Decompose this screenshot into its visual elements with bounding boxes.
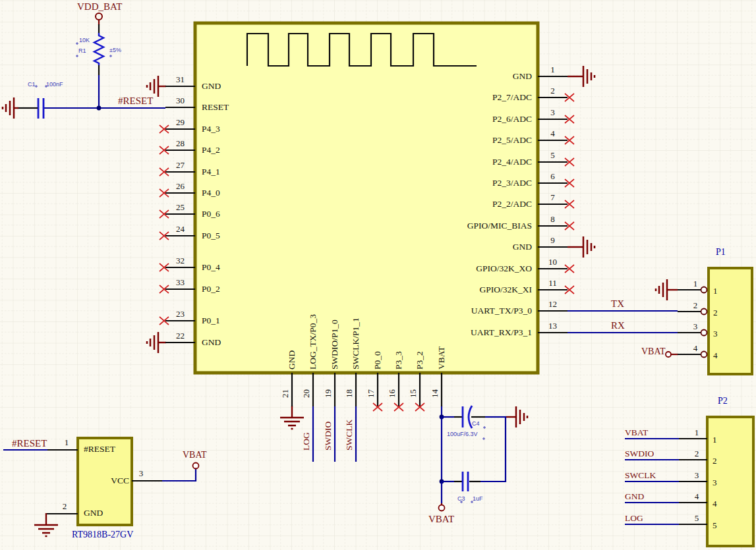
regulator-part-number[interactable]: RT9818B-27GV: [72, 530, 133, 540]
ic-pin-number: 11: [538, 279, 567, 288]
ic-pin-name: P4_1: [202, 167, 220, 177]
ic-pin-name: P0_1: [202, 316, 220, 325]
connector-pin-name: 2: [712, 456, 717, 466]
ic-pin-name: P2_7/ADC: [428, 93, 532, 102]
ic-pin-name: GPIO/MIC_BIAS: [428, 221, 532, 231]
ic-pin-name: P0_5: [202, 231, 220, 240]
ic-pin-number: 17: [366, 389, 376, 398]
vbat-port-terminal[interactable]: [193, 463, 199, 469]
net-label-log[interactable]: LOG: [302, 432, 311, 451]
ic-pin-number: 8: [538, 215, 567, 224]
connector-pin-number: 1: [688, 428, 705, 437]
net-label-rx[interactable]: RX: [611, 321, 625, 331]
net-label-swclk[interactable]: SWCLK: [345, 420, 354, 451]
vbat-port-terminal[interactable]: [439, 505, 445, 511]
ic-pin-name: P0_2: [202, 285, 220, 294]
schematic-canvas: VDD_BAT #RESET TX RX VBAT VBAT VBAT #RES…: [0, 0, 756, 550]
net-label-log[interactable]: LOG: [625, 514, 643, 523]
ic-pin-name: SWDIO/P1_0: [330, 319, 339, 370]
connector-pin-number: 4: [687, 344, 704, 353]
ic-pin-number: 24: [165, 225, 195, 234]
regulator-pin-number: 1: [61, 438, 73, 447]
vbat-port-terminal[interactable]: [666, 352, 671, 357]
net-label-swdio[interactable]: SWDIO: [324, 422, 333, 451]
ic-pin-name: RESET: [202, 103, 229, 112]
ic-pin-number: 7: [538, 193, 567, 202]
ic-pin-name: SWCLK/P1_1: [351, 317, 361, 370]
p1-designator[interactable]: P1: [716, 248, 726, 258]
r1-designator[interactable]: R1: [78, 48, 86, 54]
ic-pin-number: 27: [165, 161, 195, 170]
ic-pin-number: 5: [538, 151, 567, 160]
ic-pin-number: 19: [324, 389, 333, 398]
ic-pin-number: 10: [538, 258, 567, 267]
ic-pin-number: 21: [281, 389, 290, 398]
p2-designator[interactable]: P2: [718, 397, 728, 406]
net-label-reset[interactable]: #RESET: [118, 96, 153, 107]
net-label-vbat[interactable]: VBAT: [625, 428, 648, 437]
r1-tolerance[interactable]: ±5%: [109, 47, 121, 53]
c4-designator[interactable]: C4: [472, 421, 480, 427]
ic-pin-number: 33: [165, 278, 195, 287]
ic-pin-number: 2: [538, 86, 567, 96]
ic-pin-name: GND: [202, 338, 221, 347]
net-label-swclk[interactable]: SWCLK: [625, 471, 656, 480]
connector-pin-number: 2: [687, 301, 704, 310]
connector-pin-name: 4: [713, 351, 718, 360]
ic-pin-number: 14: [430, 389, 440, 398]
connector-pin-name: 3: [713, 329, 718, 339]
ic-pin-name: P0_0: [373, 351, 382, 370]
ic-pin-number: 22: [165, 331, 195, 341]
ic-pin-number: 13: [538, 321, 567, 331]
ic-pin-name: P3_3: [394, 351, 403, 370]
net-label-vbat-bottom[interactable]: VBAT: [428, 514, 454, 525]
ic-pin-number: 3: [538, 108, 567, 117]
connector-pin-name: 1: [712, 435, 717, 445]
ic-pin-number: 26: [165, 182, 195, 191]
net-label-swdio[interactable]: SWDIO: [625, 449, 654, 458]
ic-pin-name: P3_2: [415, 351, 424, 370]
ic-pin-name: GND: [287, 350, 297, 370]
ic-pin-name: P0_4: [202, 263, 220, 272]
connector-pin-number: 4: [688, 492, 705, 501]
ic-pin-number: 31: [165, 75, 195, 84]
ic-pin-name: LOG_TX/P0_3: [308, 314, 318, 370]
ic-pin-number: 12: [538, 300, 567, 309]
ic-pin-number: 15: [409, 389, 418, 398]
regulator-pin-name: #RESET: [84, 445, 115, 454]
ic-pin-name: UART_RX/P3_1: [428, 328, 532, 337]
regulator-pin-number: 2: [59, 502, 71, 511]
ic-pin-name: GPIO/32K_XI: [428, 285, 532, 294]
connector-pin-name: 5: [712, 521, 717, 530]
ic-pin-number: 4: [538, 129, 567, 138]
net-label-vbat-regulator[interactable]: VBAT: [183, 451, 207, 460]
ic-pin-name: P2_6/ADC: [428, 115, 532, 124]
ic-pin-name: GND: [428, 242, 532, 252]
ic-pin-name: GND: [202, 82, 221, 91]
ic-pin-name: GPIO/32K_XO: [428, 264, 532, 273]
ic-pin-name: P0_6: [202, 209, 220, 219]
ic-pin-name: P2_4/ADC: [428, 157, 532, 167]
ic-pin-name: P2_5/ADC: [428, 136, 532, 145]
r1-value[interactable]: 10K: [79, 38, 90, 43]
connector-pin-number: 5: [688, 514, 705, 523]
ic-pin-number: 23: [165, 310, 195, 319]
net-label-vdd-bat[interactable]: VDD_BAT: [77, 2, 122, 13]
c1-value[interactable]: 100nF: [46, 82, 63, 88]
net-label-gnd[interactable]: GND: [625, 492, 644, 501]
connector-pin-name: 3: [712, 478, 717, 487]
c4-value[interactable]: 100uF/6.3V: [447, 431, 478, 437]
connector-pin-number: 3: [688, 471, 705, 480]
c1-designator[interactable]: C1: [28, 82, 36, 88]
ic-pin-number: 20: [302, 389, 311, 398]
net-label-reset-regulator[interactable]: #RESET: [12, 439, 47, 449]
c3-designator[interactable]: C3: [457, 496, 465, 502]
net-label-vbat-p1[interactable]: VBAT: [641, 347, 666, 357]
connector-pin-name: 1: [713, 287, 718, 296]
net-label-tx[interactable]: TX: [611, 299, 624, 310]
connector-pin-number: 2: [688, 449, 705, 458]
ic-pin-number: 6: [538, 172, 567, 181]
ic-pin-number: 29: [165, 118, 195, 127]
c3-value[interactable]: 1uF: [473, 496, 483, 502]
ic-pin-number: 9: [538, 236, 567, 245]
